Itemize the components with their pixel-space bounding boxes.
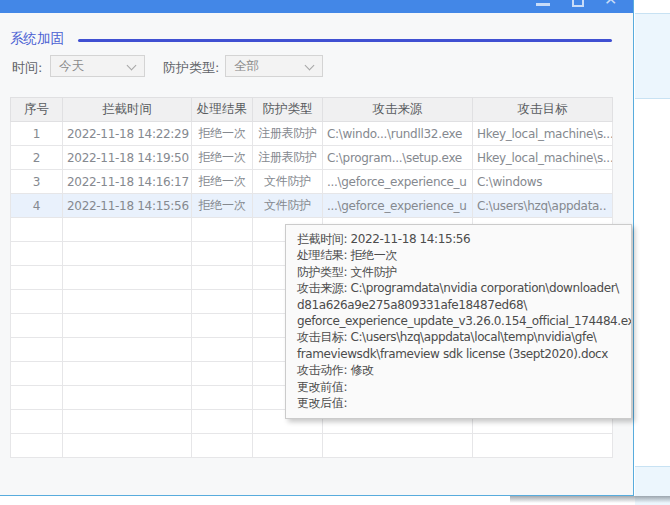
- minimize-icon: [536, 3, 550, 6]
- page-title: 系统加固: [10, 30, 64, 48]
- tooltip-line: 攻击来源: C:\programdata\nvidia corporation\…: [297, 280, 620, 296]
- cell-result: 拒绝一次: [192, 146, 253, 170]
- column-header-type: 防护类型: [253, 98, 323, 122]
- protection-type-filter-label: 防护类型:: [163, 59, 219, 77]
- protection-type-filter-value: 全部: [234, 58, 259, 73]
- table-row[interactable]: 2 2022-11-18 14:19:50 拒绝一次 注册表防护 C:\prog…: [11, 146, 613, 170]
- cell-type: 注册表防护: [253, 146, 323, 170]
- cell-source: C:\windo...\rundll32.exe: [323, 122, 473, 146]
- title-accent-line: [78, 39, 612, 42]
- cell-no: 2: [11, 146, 63, 170]
- tooltip-line: 攻击动作: 修改: [297, 362, 620, 378]
- tooltip-line: geforce_experience_update_v3.26.0.154_of…: [297, 313, 620, 329]
- column-header-source: 攻击来源: [323, 98, 473, 122]
- cell-result: 拒绝一次: [192, 170, 253, 194]
- column-header-result: 处理结果: [192, 98, 253, 122]
- tooltip-line: 处理结果: 拒绝一次: [297, 247, 620, 263]
- table-header-row: 序号 拦截时间 处理结果 防护类型 攻击来源 攻击目标: [11, 98, 613, 122]
- titlebar: ✕: [0, 0, 633, 13]
- cell-result: 拒绝一次: [192, 122, 253, 146]
- cell-source: ...\geforce_experience_u: [323, 170, 473, 194]
- table-row[interactable]: 3 2022-11-18 14:16:17 拒绝一次 文件防护 ...\gefo…: [11, 170, 613, 194]
- cell-target: Hkey_local_machine\s...: [473, 122, 613, 146]
- chevron-down-icon: [127, 61, 137, 71]
- close-icon: ✕: [604, 0, 617, 10]
- cell-result: 拒绝一次: [192, 194, 253, 218]
- column-header-no: 序号: [11, 98, 63, 122]
- cell-time: 2022-11-18 14:15:56: [63, 194, 192, 218]
- tooltip-line: 更改前值:: [297, 379, 620, 395]
- minimize-button[interactable]: [530, 0, 556, 13]
- table-row-empty: [11, 434, 613, 458]
- cell-no: 4: [11, 194, 63, 218]
- cell-no: 3: [11, 170, 63, 194]
- tooltip-line: frameviewsdk\frameview sdk license (3sep…: [297, 346, 620, 362]
- close-button[interactable]: ✕: [600, 0, 626, 13]
- cell-target: C:\users\hzq\appdata..: [473, 194, 613, 218]
- tooltip-line: 拦截时间: 2022-11-18 14:15:56: [297, 231, 620, 247]
- background-window: [634, 0, 670, 505]
- tooltip-line: 攻击目标: C:\users\hzq\appdata\local\temp\nv…: [297, 329, 620, 345]
- screen: ✕ 系统加固 时间: 今天 防护类型: 全部 序号 拦截时间 处理结果: [0, 0, 670, 505]
- table-row-selected[interactable]: 4 2022-11-18 14:15:56 拒绝一次 文件防护 ...\gefo…: [11, 194, 613, 218]
- tooltip-line: 更改后值:: [297, 395, 620, 411]
- cell-time: 2022-11-18 14:19:50: [63, 146, 192, 170]
- maximize-icon: [572, 0, 584, 7]
- window-drop-shadow: [510, 496, 670, 503]
- tooltip-line: d81a626a9e275a809331afe18487ed68\: [297, 297, 620, 313]
- chevron-down-icon: [305, 61, 315, 71]
- time-filter-label: 时间:: [12, 59, 42, 77]
- maximize-button[interactable]: [565, 0, 591, 13]
- cell-target: Hkey_local_machine\s...: [473, 146, 613, 170]
- cell-type: 文件防护: [253, 170, 323, 194]
- time-filter-value: 今天: [59, 58, 84, 73]
- cell-target: C:\windows: [473, 170, 613, 194]
- tooltip-line: 防护类型: 文件防护: [297, 264, 620, 280]
- cell-type: 文件防护: [253, 194, 323, 218]
- background-window-panel-top: [635, 13, 670, 99]
- column-header-target: 攻击目标: [473, 98, 613, 122]
- column-header-time: 拦截时间: [63, 98, 192, 122]
- cell-no: 1: [11, 122, 63, 146]
- time-filter-dropdown[interactable]: 今天: [50, 55, 145, 77]
- cell-source: ...\geforce_experience_u: [323, 194, 473, 218]
- cell-time: 2022-11-18 14:16:17: [63, 170, 192, 194]
- cell-source: C:\program...\setup.exe: [323, 146, 473, 170]
- cell-type: 注册表防护: [253, 122, 323, 146]
- protection-type-filter-dropdown[interactable]: 全部: [225, 55, 323, 77]
- cell-time: 2022-11-18 14:22:29: [63, 122, 192, 146]
- table-row[interactable]: 1 2022-11-18 14:22:29 拒绝一次 注册表防护 C:\wind…: [11, 122, 613, 146]
- row-detail-tooltip: 拦截时间: 2022-11-18 14:15:56 处理结果: 拒绝一次 防护类…: [285, 224, 632, 419]
